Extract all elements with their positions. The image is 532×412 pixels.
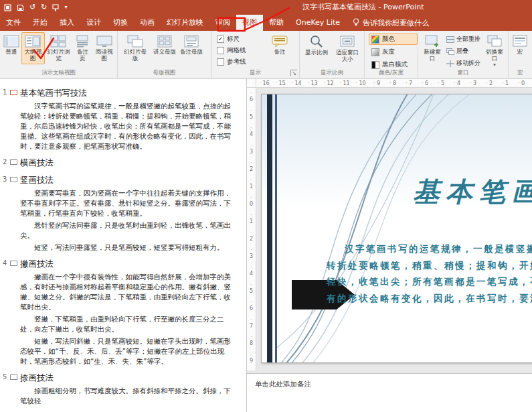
- arrange-all-button[interactable]: 全部重排: [445, 34, 482, 44]
- switch-windows-icon: [487, 35, 502, 48]
- slide-body-line: 汉字笔画书写的运笔规律，一般是横竖撇的起笔较重，: [345, 241, 532, 257]
- slide-title[interactable]: 基本笔画书写技法: [413, 174, 532, 210]
- checkbox-checked-icon[interactable]: ✓: [217, 36, 224, 43]
- ruler-tick: 1: [247, 175, 256, 192]
- ruler-tick: 6: [417, 79, 433, 87]
- ribbon-tab[interactable]: 审阅: [209, 15, 236, 31]
- switch-windows-label: 切换窗口: [484, 49, 505, 62]
- outline-slide-icon[interactable]: [10, 90, 17, 95]
- outline-block[interactable]: 竖画要写垂直，因为竖画在一个字中往往起着关键的支撑作用，竖不垂直则字不正。竖有垂…: [0, 188, 246, 218]
- outline-block[interactable]: 2 横画技法: [0, 157, 246, 169]
- color-swatch-icon: [371, 36, 379, 44]
- outline-slide-icon[interactable]: [10, 159, 17, 165]
- slide-master-button[interactable]: 幻灯片母版: [119, 32, 151, 64]
- ribbon-tab[interactable]: 文件: [0, 15, 27, 31]
- color-mode-button[interactable]: 颜色: [369, 33, 418, 45]
- vertical-ruler: 6543210123456789: [247, 88, 256, 370]
- outline-block[interactable]: 悬针竖的写法同垂露，只是收笔时由重到轻，出锋收笔，笔画出尖。: [0, 220, 246, 241]
- undo-icon[interactable]: ↺: [29, 0, 35, 15]
- guides-checkbox[interactable]: 参考线: [217, 58, 299, 66]
- ribbon-tab[interactable]: 视图: [236, 15, 263, 31]
- slide-canvas[interactable]: 基本笔画书写技法 汉字笔画书写的运笔规律，一般是横竖撇的起笔较重，转折处要略顿笔…: [261, 94, 532, 363]
- outline-text: 竖撇，下笔稍重，由重到轻向下行笔，行至撇的长度三分之二处，向左下撇出，收笔时出尖…: [20, 315, 224, 333]
- ribbon-tab[interactable]: 幻灯片放映: [161, 15, 209, 31]
- notes-pane[interactable]: 单击此处添加备注: [247, 373, 532, 412]
- grayscale-mode-button[interactable]: 灰度: [369, 46, 418, 58]
- black-white-swatch-icon: [371, 61, 379, 69]
- outline-block[interactable]: 汉字笔画书写的运笔规律，一般是横竖撇的起笔较重，点捺的起笔较轻；转折处要略顿笔，…: [0, 101, 246, 151]
- cascade-button[interactable]: 层叠: [445, 46, 482, 56]
- reading-view-label: 阅读视图: [94, 49, 114, 62]
- outline-block[interactable]: 5 捺画技法: [0, 372, 246, 384]
- normal-view-icon: [3, 35, 19, 48]
- app-logo-icon: [4, 4, 11, 11]
- group-label-show: 显示: [211, 69, 299, 77]
- slide-sorter-label: 幻灯片浏览: [47, 49, 71, 62]
- notes-bubble-icon: [272, 35, 288, 48]
- reading-view-button[interactable]: 阅读视图: [92, 32, 116, 64]
- normal-view-button[interactable]: 普通: [1, 32, 21, 58]
- gridlines-checkbox-label: 网格线: [227, 46, 246, 55]
- checkbox-unchecked-icon[interactable]: [217, 58, 224, 66]
- magnifier-icon: [309, 35, 324, 48]
- tell-me-box[interactable]: 告诉我你想要做什么: [346, 15, 436, 31]
- outline-slide-icon[interactable]: [10, 177, 17, 182]
- outline-text: 撇画技法: [20, 259, 54, 269]
- save-icon[interactable]: [17, 4, 24, 11]
- zoom-button[interactable]: 显示比例: [301, 32, 332, 59]
- ruler-tick: 5: [247, 279, 256, 297]
- ruler-tick: 3: [247, 245, 256, 262]
- outline-block[interactable]: 捺画粗细分明，书写难度较大。捺有斜捺和平捺之分。斜捺，下笔较轻: [0, 386, 246, 406]
- handout-master-button[interactable]: 讲义母版: [151, 32, 178, 58]
- notes-page-label: 备注页: [74, 49, 90, 62]
- notes-master-icon: [183, 35, 199, 48]
- outline-block[interactable]: 短竖，写法同垂露竖，只是笔画较短，短竖要写得短粗有力。: [0, 243, 246, 253]
- arrange-all-label: 全部重排: [456, 35, 480, 44]
- macro-icon: [513, 35, 527, 48]
- decorative-curves: [262, 94, 532, 363]
- outline-block[interactable]: 3 竖画技法: [0, 175, 246, 186]
- outline-slide-number: 5: [3, 373, 7, 381]
- ruler-tick: 12: [321, 79, 337, 87]
- format-painter-icon[interactable]: [52, 4, 59, 11]
- ruler-tick: 15: [272, 79, 288, 87]
- slide-body-text[interactable]: 汉字笔画书写的运笔规律，一般是横竖撇的起笔较重，转折处要略顿笔，稍重、稍慢；提和…: [327, 241, 532, 306]
- group-label-views: 演示文稿视图: [0, 69, 117, 77]
- outline-slide-icon[interactable]: [10, 374, 17, 380]
- notes-button[interactable]: 备注: [266, 32, 293, 58]
- ribbon-tab[interactable]: 切换: [107, 15, 134, 31]
- ruler-tick: 0: [513, 79, 529, 87]
- group-presentation-views: 普通 大纲视图 幻灯片浏览 备注页 阅读视图: [0, 31, 118, 78]
- ribbon-tab[interactable]: 动画: [134, 15, 161, 31]
- ribbon-tab[interactable]: 设计: [80, 15, 107, 31]
- move-split-button[interactable]: 移动拆分: [445, 58, 482, 68]
- ruler-tick: 3: [247, 140, 256, 157]
- notes-page-button[interactable]: 备注页: [72, 32, 92, 64]
- notes-master-button[interactable]: 备注母版: [178, 32, 205, 58]
- outline-block[interactable]: 短撇，写法同斜撇，只是笔画较短。短撇在字头出现时，笔画形态较平，如“千、反、禾、…: [0, 336, 246, 366]
- switch-windows-button[interactable]: 切换窗口 ▾: [482, 32, 507, 70]
- slide-sorter-button[interactable]: 幻灯片浏览: [45, 32, 73, 64]
- outline-block[interactable]: 竖撇，下笔稍重，由重到轻向下行笔，行至撇的长度三分之二处，向左下撇出，收笔时出尖…: [0, 314, 246, 334]
- redo-icon[interactable]: ↻: [41, 0, 47, 15]
- group-macro: 宏 宏: [509, 31, 532, 78]
- outline-slide-icon[interactable]: [10, 261, 17, 266]
- outline-pane[interactable]: 1 基本笔画书写技法 汉字笔画书写的运笔规律，一般是横竖撇的起笔较重，点捺的起笔…: [0, 79, 247, 412]
- new-window-icon: [425, 35, 440, 48]
- outline-view-button[interactable]: 大纲视图: [21, 32, 45, 64]
- ruler-tick: 0: [247, 192, 256, 210]
- fit-to-window-button[interactable]: 适应窗口大小: [332, 32, 363, 65]
- ribbon-tab[interactable]: 插入: [54, 15, 80, 31]
- qat-customize-icon[interactable]: ▾: [64, 0, 67, 15]
- ribbon-tab[interactable]: 开始: [27, 15, 54, 31]
- ribbon-tab[interactable]: OneKey Lite: [290, 15, 346, 31]
- outline-block[interactable]: 撇画在一个字中很有装饰性，如能写得自然舒展，会增加字的美感，有时还与捺画相对称起…: [0, 272, 246, 312]
- outline-block[interactable]: 4 撇画技法: [0, 259, 246, 270]
- checkbox-unchecked-icon[interactable]: [217, 47, 224, 54]
- black-white-mode-label: 黑白模式: [382, 60, 408, 69]
- ruler-tick: 4: [247, 123, 256, 140]
- new-window-button[interactable]: 新建窗口: [420, 32, 445, 64]
- macro-button[interactable]: 宏: [510, 32, 530, 58]
- ribbon-tab[interactable]: 帮助: [263, 15, 290, 31]
- outline-block[interactable]: 1 基本笔画书写技法: [0, 88, 246, 99]
